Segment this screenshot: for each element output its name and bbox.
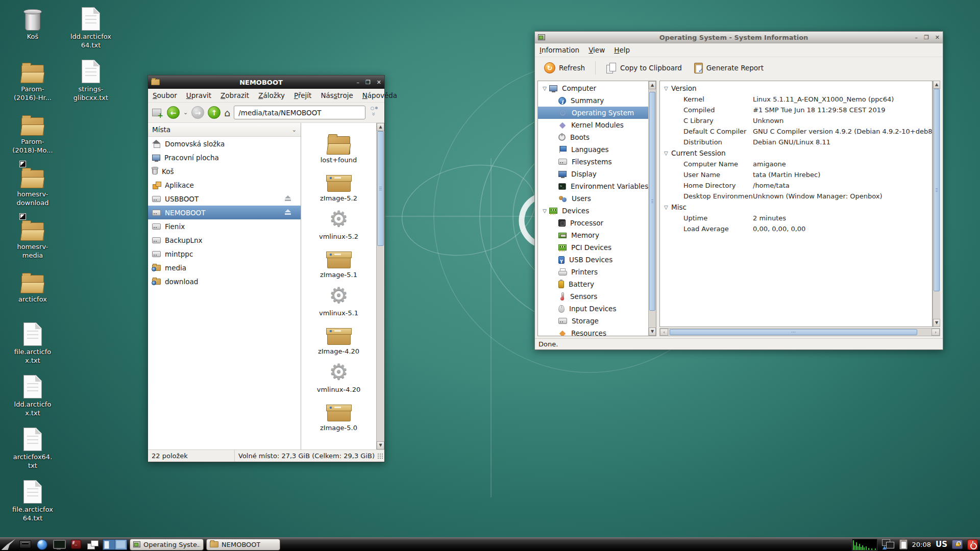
place-fienix[interactable]: Fienix: [148, 219, 301, 233]
file-zimage-5-0[interactable]: zImage-5.0: [308, 394, 370, 432]
eject-button[interactable]: [284, 209, 291, 216]
fm-menu-z-lo-ky[interactable]: Záložky: [254, 89, 289, 102]
place-pracovn-plocha[interactable]: Pracovní plocha: [148, 151, 301, 164]
forward-button[interactable]: [191, 106, 204, 119]
si-menu-information[interactable]: Information: [535, 43, 584, 57]
path-input[interactable]: [234, 106, 365, 119]
tree-item-environment-variables[interactable]: Environment Variables: [538, 180, 648, 192]
tree-item-operating-system[interactable]: Operating System: [538, 107, 648, 119]
cpu-graph-icon[interactable]: [852, 539, 877, 550]
scroll-down-button[interactable]: ▼: [649, 328, 656, 336]
home-icon[interactable]: ⌂: [224, 108, 230, 118]
fm-menu-upravit[interactable]: Upravit: [182, 89, 216, 102]
task-operating-syste[interactable]: Operating Syste...: [130, 539, 204, 550]
fm-menu-soubor[interactable]: Soubor: [148, 89, 182, 102]
fm-menu-p-ej-t[interactable]: Přejít: [289, 89, 316, 102]
scroll-up-button[interactable]: ▲: [649, 81, 656, 89]
fm-titlebar[interactable]: NEMOBOOT – ❐ ✕: [148, 76, 384, 89]
eject-button[interactable]: [284, 195, 291, 202]
scrollbar-thumb[interactable]: [934, 89, 940, 291]
launcher-web-browser[interactable]: [34, 538, 51, 551]
tree-item-display[interactable]: Display: [538, 168, 648, 180]
detail-vertical-scrollbar[interactable]: ▲ ▼: [933, 81, 940, 327]
desktop-icon-arcticfox64-txt[interactable]: arcticfox64.txt: [6, 424, 59, 470]
new-tab-icon[interactable]: [152, 108, 163, 117]
power-button-icon[interactable]: [967, 539, 978, 550]
place-ko[interactable]: Koš: [148, 164, 301, 178]
desktop-icon-homesrv-media[interactable]: homesrv-media: [6, 214, 59, 260]
generate-report-button[interactable]: Generate Report: [689, 60, 769, 76]
tree-item-users[interactable]: Users: [538, 192, 648, 205]
tree-item-battery[interactable]: Battery: [538, 278, 648, 290]
si-close-button[interactable]: ✕: [935, 35, 940, 40]
tree-item-languages[interactable]: Languages: [538, 143, 648, 156]
file-item-partial[interactable]: [308, 432, 370, 449]
fm-minimize-button[interactable]: –: [356, 80, 359, 85]
place-media[interactable]: media: [148, 261, 301, 274]
desktop-icon-parom-2018-mo[interactable]: Parom-(2018)-Mo...: [6, 109, 59, 155]
tree-vertical-scrollbar[interactable]: ▲ ▼: [648, 81, 656, 336]
desktop-icon-file-arcticfox-txt[interactable]: file.arcticfox.txt: [6, 319, 59, 365]
place-nemoboot[interactable]: NEMOBOOT: [148, 206, 301, 219]
si-titlebar[interactable]: Operating System - System Information – …: [535, 32, 943, 43]
file-zimage-5-2[interactable]: zImage-5.2: [308, 164, 370, 203]
task-nemoboot[interactable]: NEMOBOOT: [206, 539, 280, 550]
scroll-down-button[interactable]: ▼: [377, 441, 384, 449]
tree-item-input-devices[interactable]: Input Devices: [538, 303, 648, 315]
file-vmlinux-5-1[interactable]: vmlinux-5.1: [308, 279, 370, 317]
desktop-icon-file-arcticfox64-txt[interactable]: file.arcticfox64.txt: [6, 477, 59, 522]
scroll-left-button[interactable]: ‹: [660, 329, 668, 336]
scroll-right-button[interactable]: ›: [932, 329, 940, 336]
launcher-file-drawer[interactable]: [17, 538, 34, 551]
refresh-button[interactable]: Refresh: [539, 60, 590, 76]
up-button[interactable]: [208, 106, 220, 119]
workspace-2[interactable]: [115, 540, 127, 549]
file-vmlinux-4-20[interactable]: vmlinux-4.20: [308, 356, 370, 394]
si-minimize-button[interactable]: –: [915, 35, 918, 40]
places-header[interactable]: Místa ⌄: [148, 123, 301, 137]
collapse-triangle-icon[interactable]: ▽: [660, 86, 671, 91]
tree-item-boots[interactable]: Boots: [538, 131, 648, 143]
copy-to-clipboard-button[interactable]: Copy to Clipboard: [601, 60, 687, 76]
collapse-triangle-icon[interactable]: ▽: [660, 205, 671, 210]
desktop-icon-arcticfox[interactable]: arcticfox: [6, 267, 59, 304]
file-zimage-5-1[interactable]: zImage-5.1: [308, 241, 370, 279]
launcher-windows[interactable]: [84, 538, 101, 551]
workspace-pager[interactable]: [103, 539, 127, 550]
section-misc[interactable]: ▽ Misc: [660, 202, 932, 213]
monitors-tray-icon[interactable]: [882, 539, 895, 549]
tree-item-memory[interactable]: Memory: [538, 229, 648, 241]
fm-vertical-scrollbar[interactable]: ▲ ▼: [376, 123, 384, 449]
tree-item-resources[interactable]: Resources: [538, 327, 648, 336]
desktop-icon-ldd-arcticfox64-txt[interactable]: ldd.arcticfox64.txt: [64, 4, 117, 49]
place-aplikace[interactable]: Aplikace: [148, 178, 301, 192]
back-button[interactable]: [167, 106, 180, 119]
detail-horizontal-scrollbar[interactable]: ‹ ›: [659, 328, 940, 336]
place-domovsk-slo-ka[interactable]: Domovská složka: [148, 137, 301, 151]
screen-lock-icon[interactable]: [952, 540, 963, 549]
back-history-chevron-icon[interactable]: ⌄: [183, 109, 188, 116]
tree-item-summary[interactable]: Summary: [538, 94, 648, 107]
scroll-down-button[interactable]: ▼: [933, 319, 940, 327]
tree-item-pci-devices[interactable]: PCI Devices: [538, 241, 648, 254]
expander-icon[interactable]: ▽: [540, 86, 549, 91]
tree-item-printers[interactable]: Printers: [538, 266, 648, 278]
fm-menu-n-sstroje[interactable]: Násstroje: [316, 89, 357, 102]
tree-item-storage[interactable]: Storage: [538, 315, 648, 327]
file-lost-found[interactable]: lost+found: [308, 126, 370, 164]
place-mintppc[interactable]: mintppc: [148, 247, 301, 261]
desktop-icon-ldd-arcticfox-txt[interactable]: ldd.arcticfox.txt: [6, 372, 59, 417]
tree-group-computer[interactable]: ▽ Computer: [538, 82, 648, 94]
workspace-1[interactable]: [103, 540, 115, 549]
scrollbar-thumb[interactable]: [377, 131, 384, 246]
file-vmlinux-5-2[interactable]: vmlinux-5.2: [308, 203, 370, 241]
tree-item-sensors[interactable]: Sensors: [538, 290, 648, 303]
launcher-terminal[interactable]: [67, 538, 84, 551]
fm-maximize-button[interactable]: ❐: [365, 80, 371, 85]
desktop-icon-parom-2016-hr[interactable]: Parom-(2016)-Hr...: [6, 57, 59, 102]
desktop-icon-homesrv-download[interactable]: homesrv-download: [6, 162, 59, 207]
launcher-display[interactable]: [51, 538, 67, 551]
si-menu-help[interactable]: Help: [609, 43, 634, 57]
place-backuplnx[interactable]: BackupLnx: [148, 233, 301, 247]
keyboard-layout-indicator[interactable]: US: [936, 540, 947, 549]
